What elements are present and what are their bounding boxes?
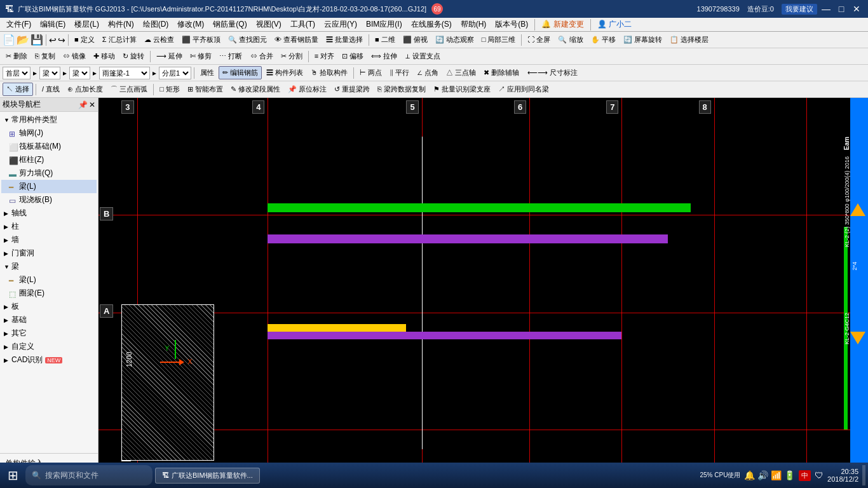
- toolbar-file-open[interactable]: 📂: [17, 34, 29, 46]
- two-points-button[interactable]: ⊢ 两点: [356, 67, 385, 79]
- minimize-button[interactable]: —: [820, 3, 832, 15]
- menu-help[interactable]: 帮助(H): [457, 18, 491, 31]
- dynamic-view-button[interactable]: 🔄 动态观察: [432, 34, 477, 46]
- view-rebar-button[interactable]: 👁 查看钢筋量: [271, 34, 322, 46]
- set-support-button[interactable]: ⊥ 设置支点: [402, 50, 444, 62]
- rotate-button[interactable]: ↻ 旋转: [119, 50, 147, 62]
- canvas-area[interactable]: 3 4 5 6 7 8 B A: [98, 98, 868, 488]
- sidebar-item-cast-slab[interactable]: ▭ 现浇板(B): [1, 193, 97, 207]
- menu-view[interactable]: 视图(V): [252, 18, 285, 31]
- rect-button[interactable]: □ 矩形: [156, 83, 183, 95]
- modify-seg-attr-button[interactable]: ✎ 修改梁段属性: [227, 83, 283, 95]
- cloud-check-button[interactable]: ☁ 云检查: [141, 34, 177, 46]
- batch-select-button[interactable]: ☰ 批量选择: [323, 34, 366, 46]
- offset-button[interactable]: ⊡ 偏移: [339, 50, 367, 62]
- copy-span-data-button[interactable]: ⎘ 梁跨数据复制: [374, 83, 429, 95]
- menu-rebar-qty[interactable]: 钢筋量(Q): [209, 18, 250, 31]
- menu-cloud[interactable]: 云应用(Y): [320, 18, 361, 31]
- sidebar-section-axis[interactable]: ▶ 轴线: [1, 207, 97, 220]
- sidebar-item-axisnet[interactable]: ⊞ 轴网(J): [1, 126, 97, 140]
- menu-draw[interactable]: 绘图(D): [139, 18, 173, 31]
- menu-version[interactable]: 版本号(B): [491, 18, 532, 31]
- stretch-button[interactable]: ⟺ 拉伸: [368, 50, 400, 62]
- level-slab-button[interactable]: ⬛ 平齐板顶: [179, 34, 224, 46]
- floor-select[interactable]: 首层: [3, 67, 31, 79]
- sidebar-section-slab[interactable]: ▶ 板: [1, 300, 97, 313]
- toolbar-save[interactable]: 💾: [31, 34, 43, 46]
- del-axis-button[interactable]: ✖ 删除辅轴: [480, 67, 522, 79]
- sidebar-close-icon[interactable]: ✕: [89, 100, 95, 109]
- show-desktop[interactable]: [862, 465, 865, 485]
- apply-same-beam-button[interactable]: ↗ 应用到同名梁: [495, 83, 552, 95]
- orig-mark-button[interactable]: 📌 原位标注: [285, 83, 330, 95]
- break-button[interactable]: ⋯ 打断: [216, 50, 245, 62]
- dim-note-button[interactable]: ⟵⟶ 尺寸标注: [524, 67, 581, 79]
- split-button[interactable]: ✂ 分割: [278, 50, 306, 62]
- menu-new-change[interactable]: 🔔 新建变更: [538, 18, 587, 31]
- sum-calc-button[interactable]: Σ 汇总计算: [99, 34, 140, 46]
- toolbar-file-new[interactable]: 📄: [3, 34, 15, 46]
- sidebar-section-beam[interactable]: ▼ 梁: [1, 260, 97, 273]
- pan-button[interactable]: ✋ 平移: [588, 34, 619, 46]
- sidebar-item-shear-wall[interactable]: ▬ 剪力墙(Q): [1, 166, 97, 180]
- menu-element[interactable]: 构件(N): [104, 18, 138, 31]
- line-button[interactable]: / 直线: [39, 83, 63, 95]
- toolbar-redo[interactable]: ↪: [58, 35, 65, 45]
- attr-button[interactable]: 属性: [197, 67, 217, 79]
- three-arc-button[interactable]: ⌒ 三点画弧: [107, 83, 151, 95]
- angle-point-button[interactable]: ∠ 点角: [414, 67, 442, 79]
- top-view-button[interactable]: ⬛ 俯视: [400, 34, 431, 46]
- sidebar-section-cad[interactable]: ▶ CAD识别 NEW: [1, 353, 97, 367]
- redraw-span-button[interactable]: ↺ 重提梁跨: [331, 83, 373, 95]
- menu-edit[interactable]: 编辑(E): [36, 18, 69, 31]
- extend-button[interactable]: ⟶ 延伸: [153, 50, 186, 62]
- local-3d-button[interactable]: □ 局部三维: [478, 34, 519, 46]
- move-button[interactable]: ✚ 移动: [90, 50, 118, 62]
- sidebar-item-ring-beam[interactable]: ⬚ 圈梁(E): [1, 287, 97, 300]
- parallel-button[interactable]: ∥ 平行: [386, 67, 412, 79]
- add-length-button[interactable]: ⊕ 点加长度: [64, 83, 106, 95]
- component-list-button[interactable]: ☰ 构件列表: [263, 67, 306, 79]
- select-button[interactable]: ↖ 选择: [3, 83, 33, 96]
- suggest-btn[interactable]: 我要建议: [782, 4, 817, 15]
- start-button[interactable]: ⊞: [3, 465, 23, 485]
- align-button[interactable]: ≡ 对齐: [311, 50, 337, 62]
- sidebar-section-column[interactable]: ▶ 柱: [1, 220, 97, 233]
- find-elem-button[interactable]: 🔍 查找图元: [225, 34, 270, 46]
- type-select[interactable]: 梁: [39, 67, 60, 79]
- sidebar-item-foundation[interactable]: ⬜ 筏板基础(M): [1, 140, 97, 153]
- batch-id-support-button[interactable]: ⚑ 批量识别梁支座: [430, 83, 494, 95]
- pick-component-button[interactable]: 🖱 拾取构件: [308, 67, 351, 79]
- menu-guangxiao[interactable]: 👤 广小二: [593, 18, 635, 31]
- menu-tools[interactable]: 工具(T): [287, 18, 319, 31]
- select-floor-button[interactable]: 📋 选择楼层: [667, 34, 712, 46]
- menu-file[interactable]: 文件(F): [3, 18, 35, 31]
- sidebar-section-foundation[interactable]: ▶ 基础: [1, 313, 97, 327]
- 2d-button[interactable]: ■ 二维: [372, 34, 398, 46]
- fullscreen-button[interactable]: ⛶ 全屏: [524, 34, 553, 46]
- three-axis-button[interactable]: △ 三点轴: [443, 67, 479, 79]
- sidebar-section-custom[interactable]: ▶ 自定义: [1, 340, 97, 353]
- zoom-button[interactable]: 🔍 缩放: [555, 34, 586, 46]
- sidebar-pin-icon[interactable]: 📌: [78, 100, 88, 109]
- menu-bim[interactable]: BIM应用(I): [362, 18, 406, 31]
- toolbar-undo[interactable]: ↩: [49, 35, 57, 45]
- trim-button[interactable]: ✄ 修剪: [187, 50, 215, 62]
- define-button[interactable]: ■ 定义: [71, 34, 98, 46]
- screen-rotate-button[interactable]: 🔄 屏幕旋转: [620, 34, 665, 46]
- layer-select[interactable]: 分层1: [159, 67, 191, 79]
- taskbar-search[interactable]: 🔍 搜索网页和文件: [25, 465, 153, 485]
- delete-button[interactable]: ✂ 删除: [3, 50, 31, 62]
- sidebar-item-column[interactable]: ⬛ 框柱(Z): [1, 153, 97, 166]
- smart-place-button[interactable]: ⊞ 智能布置: [184, 83, 226, 95]
- taskbar-app-ggj[interactable]: 🏗 广联达BIM钢筋算量软件...: [155, 468, 260, 484]
- sidebar-section-common[interactable]: ▼ 常用构件类型: [1, 113, 97, 126]
- sidebar-section-other[interactable]: ▶ 其它: [1, 327, 97, 340]
- sidebar-item-beam[interactable]: ━ 梁(L): [1, 180, 97, 193]
- maximize-button[interactable]: □: [835, 3, 848, 15]
- menu-floor[interactable]: 楼层(L): [71, 18, 103, 31]
- merge-button[interactable]: ⇔ 合并: [247, 50, 276, 62]
- sidebar-item-beam2[interactable]: ━ 梁(L): [1, 273, 97, 287]
- menu-online[interactable]: 在线服务(S): [407, 18, 456, 31]
- variant-select[interactable]: 雨篷梁-1: [99, 67, 150, 79]
